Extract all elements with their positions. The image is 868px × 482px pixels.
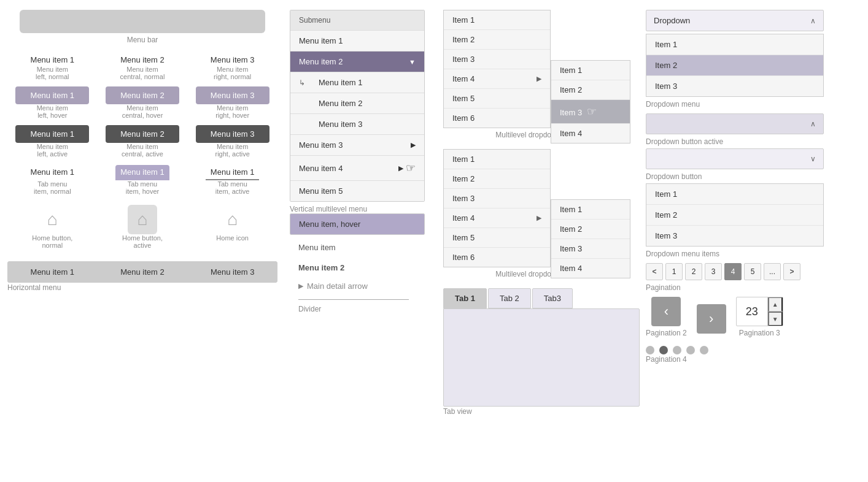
vert-submenu-item-3[interactable]: Menu item 3 — [290, 114, 424, 135]
sp2-item-3[interactable]: Item 3 — [551, 239, 630, 259]
dp2-item-3[interactable]: Item 3 — [444, 189, 550, 208]
vert-menu-item-3[interactable]: Menu item 3 ▶ — [290, 135, 424, 156]
hover-item-section: Menu item, hover — [290, 213, 425, 235]
dp1-item-3[interactable]: Item 3 — [444, 50, 550, 69]
vert-menu-item-4[interactable]: Menu item 4 ▶ ☞ — [290, 156, 424, 181]
vert-menu-item-2-active[interactable]: Menu item 2 ▼ — [290, 52, 424, 72]
page-1-button[interactable]: 1 — [665, 263, 683, 280]
drop-list-item-3[interactable]: Item 3 — [646, 226, 823, 246]
dropdown-select[interactable]: Dropdown ∧ — [646, 10, 824, 31]
menu-bar-section: Menu bar — [7, 10, 277, 48]
tab-3-button[interactable]: Tab3 — [532, 288, 573, 308]
sp1-item-2[interactable]: Item 2 — [551, 80, 630, 100]
plain-menu-item-2[interactable]: Menu item 2 — [290, 258, 431, 278]
dot-1[interactable] — [646, 346, 654, 354]
dp1-item-6[interactable]: Item 6 — [444, 109, 550, 128]
sp2-item-2[interactable]: Item 2 — [551, 220, 630, 239]
dp2-item-1[interactable]: Item 1 — [444, 150, 550, 169]
home-icon-normal-box[interactable]: ⌂ — [37, 205, 67, 234]
pagination3-up[interactable]: ▲ — [768, 297, 783, 312]
dropdown-open-list: Item 1 Item 2 Item 3 — [646, 34, 824, 97]
dot-2-active[interactable] — [659, 346, 668, 354]
drop-list-item-1[interactable]: Item 1 — [646, 184, 823, 205]
menu-item-1-active[interactable]: Menu item 1 — [15, 125, 89, 143]
vert-menu-item-5[interactable]: Menu item 5 — [290, 181, 424, 201]
menu-item-col-2: Menu item 2 Menu itemcentral, normal — [103, 54, 182, 85]
dropdown-btn-active[interactable]: ∧ — [646, 113, 824, 134]
page-2-button[interactable]: 2 — [685, 263, 702, 280]
menu-item-3-hover[interactable]: Menu item 3 — [196, 86, 269, 104]
menu-item-2-active[interactable]: Menu item 2 — [106, 125, 179, 143]
menu-item-1-normal[interactable]: Menu item 1 — [28, 54, 77, 66]
tab-2-button[interactable]: Tab 2 — [488, 288, 531, 308]
sp2-item-1[interactable]: Item 1 — [551, 200, 630, 220]
menu-active-col-1: Menu item 1 Menu itemleft, active — [12, 125, 92, 163]
sp1-item-4[interactable]: Item 4 — [551, 124, 630, 143]
dp1-item-2[interactable]: Item 2 — [444, 30, 550, 50]
col2-vertical-menu: Submenu Menu item 1 Menu item 2 ▼ ↳ Menu… — [290, 10, 431, 416]
dropdown-item-1[interactable]: Item 1 — [646, 34, 823, 55]
submenu-label-item: Submenu — [290, 10, 424, 31]
horiz-menu-item-2[interactable]: Menu item 2 — [98, 261, 188, 283]
vert-submenu-item-2[interactable]: Menu item 2 — [290, 93, 424, 114]
horiz-menu-item-1[interactable]: Menu item 1 — [7, 261, 98, 283]
horiz-menu-item-3[interactable]: Menu item 3 — [187, 261, 277, 283]
home-icon-active-label: Home button,active — [122, 234, 163, 249]
vert-submenu-item-1[interactable]: ↳ Menu item 1 — [290, 72, 424, 93]
menu-item-3-normal[interactable]: Menu item 3 — [208, 54, 257, 66]
dp2-item-5[interactable]: Item 5 — [444, 228, 550, 248]
home-icon-plain-box[interactable]: ⌂ — [218, 205, 247, 234]
pagination-row: < 1 2 3 4 5 ... > — [646, 263, 830, 280]
page-3-button[interactable]: 3 — [705, 263, 722, 280]
divider-label: Divider — [298, 305, 431, 313]
sp1-item-3-hover[interactable]: Item 3 ☞ — [551, 100, 630, 124]
menu-item-2-active-sub: Menu itemcentral, active — [122, 143, 163, 158]
page-5-button[interactable]: 5 — [744, 263, 761, 280]
dp1-item-5[interactable]: Item 5 — [444, 89, 550, 109]
plain-menu-item-1[interactable]: Menu item — [290, 237, 431, 258]
dp2-item-2[interactable]: Item 2 — [444, 169, 550, 189]
menu-item-col-1: Menu item 1 Menu itemleft, normal — [12, 54, 92, 85]
pagination2-prev[interactable]: ‹ — [651, 297, 681, 326]
pagination3-control: 23 ▲ ▼ — [736, 297, 783, 326]
vert-menu-label: Vertical multilevel menu — [290, 205, 367, 213]
menu-item-2-hover[interactable]: Menu item 2 — [106, 86, 179, 104]
hover-menu-item[interactable]: Menu item, hover — [290, 214, 424, 234]
drop-list-item-2[interactable]: Item 2 — [646, 205, 823, 226]
dp1-item-4[interactable]: Item 4 ▶ — [444, 69, 550, 89]
dp2-item-4[interactable]: Item 4 ▶ — [444, 208, 550, 228]
sp1-item-1[interactable]: Item 1 — [551, 61, 630, 80]
vert-menu-item-1[interactable]: Menu item 1 — [290, 31, 424, 52]
menu-item-3-normal-sub: Menu itemright, normal — [214, 66, 251, 80]
tab-link-hover[interactable]: Menu item 1 — [115, 165, 169, 180]
dp1-item-1[interactable]: Item 1 — [444, 10, 550, 30]
dp2-item-6[interactable]: Item 6 — [444, 248, 550, 267]
tab-link-normal[interactable]: Menu item 1 — [26, 165, 80, 180]
dropdown-btn[interactable]: ∨ — [646, 148, 824, 169]
dot-3[interactable] — [673, 346, 681, 354]
dot-5[interactable] — [700, 346, 708, 354]
home-icon-normal-label: Home button,normal — [32, 234, 72, 249]
tab-menu-item-1: Menu item 1 Tab menuitem, normal — [12, 165, 92, 200]
tab-1-button[interactable]: Tab 1 — [443, 288, 487, 308]
menu-item-1-hover[interactable]: Menu item 1 — [15, 86, 89, 104]
pagination3-down[interactable]: ▼ — [768, 312, 783, 326]
menu-items-active-row: Menu item 1 Menu itemleft, active Menu i… — [7, 125, 277, 163]
home-icon-active-box[interactable]: ⌂ — [128, 205, 157, 234]
page-next-button[interactable]: > — [783, 263, 800, 280]
page-prev-button[interactable]: < — [646, 263, 663, 280]
pagination3-value[interactable]: 23 — [737, 305, 767, 318]
dot-4[interactable] — [686, 346, 695, 354]
pagination2-next[interactable]: › — [697, 304, 726, 334]
menu-item-3-active[interactable]: Menu item 3 — [196, 125, 269, 143]
dropdown-item-3[interactable]: Item 3 — [646, 76, 823, 96]
page-ellipsis-button[interactable]: ... — [764, 263, 781, 280]
menu-bar-label: Menu bar — [127, 36, 158, 44]
page-4-button-active[interactable]: 4 — [724, 263, 742, 280]
menu-item-2-normal[interactable]: Menu item 2 — [118, 54, 167, 66]
horizontal-menu-label: Horizontal menu — [7, 283, 61, 292]
chevron-down2-icon: ∨ — [810, 155, 816, 163]
dropdown-item-2-selected[interactable]: Item 2 — [646, 55, 823, 76]
tab-link-active[interactable]: Menu item 1 — [206, 165, 260, 180]
sp2-item-4[interactable]: Item 4 — [551, 259, 630, 278]
